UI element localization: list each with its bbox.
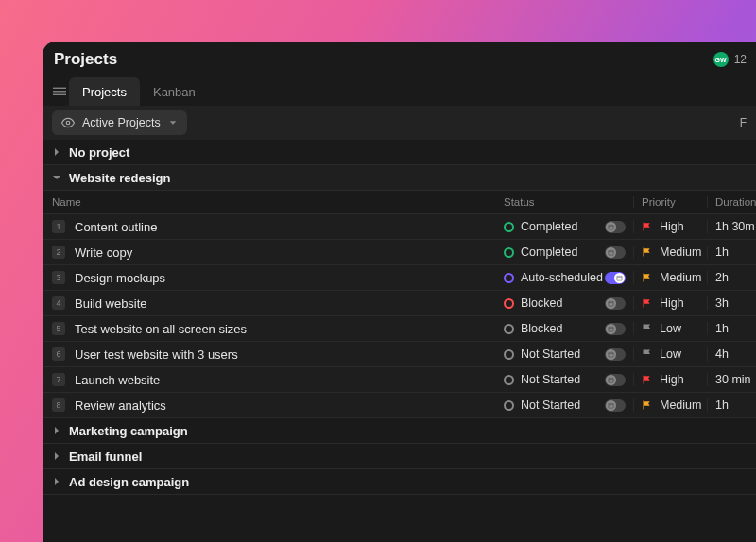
task-row[interactable]: 3Design mockupsAuto-scheduledMedium2h [43, 265, 756, 291]
task-number: 3 [52, 271, 65, 284]
view-selector[interactable]: Active Projects [52, 110, 187, 135]
titlebar-right: GW 12 [713, 52, 747, 67]
group-label: Ad design campaign [69, 475, 189, 489]
titlebar: Projects GW 12 [43, 42, 756, 77]
task-number: 2 [52, 246, 65, 259]
task-row[interactable]: 6User test website with 3 usersNot Start… [43, 342, 756, 367]
priority-label: Medium [660, 398, 701, 412]
flag-icon [642, 374, 653, 385]
task-row[interactable]: 4Build websiteBlockedHigh3h [43, 291, 756, 316]
duration-label: 2h [707, 271, 756, 284]
tab-bar: ProjectsKanban [43, 77, 756, 106]
status-icon [504, 298, 514, 309]
group-row[interactable]: Ad design campaign [43, 469, 756, 495]
task-row[interactable]: 2Write copyCompletedMedium1h [43, 240, 756, 265]
task-number: 7 [52, 373, 65, 386]
menu-icon[interactable] [43, 85, 69, 98]
task-name: Design mockups [75, 271, 165, 285]
chevron-right-icon [52, 451, 69, 461]
auto-schedule-toggle[interactable] [605, 374, 626, 386]
auto-schedule-toggle[interactable] [605, 348, 626, 361]
group-row[interactable]: Marketing campaign [43, 418, 756, 444]
view-label: Active Projects [82, 116, 161, 129]
auto-schedule-toggle[interactable] [605, 297, 626, 310]
duration-label: 30 min [707, 373, 756, 386]
task-name: Launch website [75, 373, 160, 387]
chevron-right-icon [52, 147, 69, 157]
group-label: No project [69, 145, 129, 160]
task-number: 6 [52, 347, 65, 361]
task-number: 5 [52, 322, 65, 335]
col-priority[interactable]: Priority [633, 196, 707, 208]
auto-schedule-toggle[interactable] [605, 323, 626, 335]
eye-icon [61, 116, 75, 129]
svg-point-3 [66, 121, 70, 125]
avatar[interactable]: GW [713, 52, 729, 67]
svg-rect-2 [53, 94, 66, 95]
col-duration[interactable]: Duration [707, 196, 756, 208]
duration-label: 1h [707, 246, 756, 259]
status-label: Auto-scheduled [521, 271, 603, 284]
status-label: Completed [521, 220, 577, 233]
duration-label: 1h [707, 398, 756, 412]
priority-label: Medium [660, 271, 701, 284]
status-label: Not Started [521, 373, 580, 386]
auto-schedule-toggle[interactable] [605, 246, 626, 259]
task-number: 1 [52, 220, 65, 233]
priority-label: High [660, 373, 684, 386]
priority-label: Low [660, 347, 681, 361]
duration-label: 1h 30m [707, 220, 756, 233]
svg-rect-10 [609, 301, 613, 306]
project-list: No projectWebsite redesignNameStatusPrio… [43, 140, 756, 495]
task-row[interactable]: 5Test website on all screen sizesBlocked… [43, 316, 756, 342]
duration-label: 3h [707, 296, 756, 310]
group-row[interactable]: Website redesign [43, 165, 756, 191]
task-name: Write copy [75, 246, 132, 260]
toolbar-right[interactable]: F [740, 116, 747, 129]
flag-icon [642, 399, 653, 411]
auto-schedule-toggle[interactable] [605, 399, 626, 412]
flag-icon [642, 221, 653, 232]
svg-rect-18 [609, 403, 613, 408]
task-name: Review analytics [75, 398, 166, 413]
page-title: Projects [54, 50, 117, 69]
status-icon [504, 247, 514, 258]
flag-icon [642, 246, 653, 258]
task-name: Content outline [75, 220, 157, 234]
col-name[interactable]: Name [43, 196, 496, 208]
status-label: Completed [521, 246, 577, 259]
toolbar: Active Projects F [43, 106, 756, 140]
group-row[interactable]: Email funnel [43, 444, 756, 469]
flag-icon [642, 297, 653, 309]
task-row[interactable]: 8Review analyticsNot StartedMedium1h [43, 393, 756, 418]
group-row[interactable]: No project [43, 140, 756, 165]
status-icon [504, 222, 514, 232]
priority-label: Low [660, 322, 681, 335]
chevron-down-icon [52, 173, 69, 182]
flag-icon [642, 348, 653, 360]
task-name: Test website on all screen sizes [75, 322, 247, 336]
chevron-right-icon [52, 426, 69, 435]
app-window: Projects GW 12 ProjectsKanban Active Pro… [43, 42, 756, 542]
auto-schedule-toggle[interactable] [605, 221, 626, 233]
status-label: Not Started [521, 347, 580, 361]
status-icon [504, 349, 514, 360]
svg-rect-8 [617, 276, 622, 280]
priority-label: High [660, 296, 684, 310]
status-label: Not Started [521, 398, 580, 412]
svg-rect-16 [609, 378, 613, 382]
tab-kanban[interactable]: Kanban [140, 77, 209, 106]
svg-rect-12 [609, 327, 613, 331]
svg-rect-6 [609, 250, 613, 255]
task-row[interactable]: 1Content outlineCompletedHigh1h 30m [43, 214, 756, 240]
tab-projects[interactable]: Projects [69, 77, 140, 106]
chevron-down-icon [168, 118, 178, 127]
task-row[interactable]: 7Launch websiteNot StartedHigh30 min [43, 367, 756, 393]
status-icon [504, 400, 514, 411]
auto-schedule-toggle[interactable] [605, 272, 626, 284]
status-label: Blocked [521, 296, 562, 310]
col-status[interactable]: Status [496, 196, 633, 208]
task-number: 8 [52, 398, 65, 412]
group-label: Website redesign [69, 171, 170, 185]
svg-rect-1 [53, 91, 66, 92]
